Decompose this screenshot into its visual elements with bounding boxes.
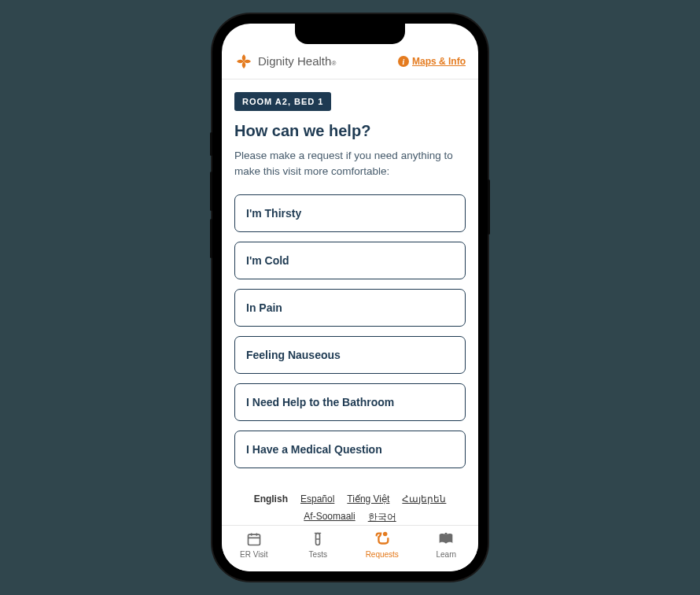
book-icon xyxy=(438,530,454,548)
side-button xyxy=(210,219,212,258)
svg-point-8 xyxy=(445,533,448,535)
request-option-button[interactable]: I'm Cold xyxy=(234,242,466,279)
nav-item-learn[interactable]: Learn xyxy=(414,530,479,559)
request-option-button[interactable]: In Pain xyxy=(234,289,466,327)
side-button xyxy=(210,132,212,156)
maps-info-link[interactable]: i Maps & Info xyxy=(398,56,466,67)
vial-icon xyxy=(310,530,326,548)
calendar-icon xyxy=(246,530,262,548)
nav-label: Tests xyxy=(309,550,327,559)
brand-logo-icon xyxy=(234,52,253,71)
language-selector: EnglishEspañolTiếng ViệtՀայերենAf-Soomaa… xyxy=(234,493,466,524)
notch xyxy=(295,24,405,44)
side-button xyxy=(210,172,212,211)
svg-point-7 xyxy=(383,532,388,537)
language-option[interactable]: English xyxy=(254,493,288,504)
info-icon: i xyxy=(398,56,409,67)
request-option-button[interactable]: I Need Help to the Bathroom xyxy=(234,383,466,421)
nav-label: ER Visit xyxy=(240,550,267,559)
language-option[interactable]: Tiếng Việt xyxy=(347,493,389,504)
language-option[interactable]: 한국어 xyxy=(368,511,396,524)
request-icon xyxy=(374,530,391,548)
page-title: How can we help? xyxy=(234,122,466,140)
nav-label: Learn xyxy=(436,550,456,559)
nav-item-er-visit[interactable]: ER Visit xyxy=(222,530,286,559)
maps-info-label: Maps & Info xyxy=(412,56,466,67)
bottom-nav: ER VisitTestsRequestsLearn xyxy=(222,525,478,571)
language-option[interactable]: Հայերեն xyxy=(402,493,446,504)
brand-name: Dignity Health® xyxy=(258,54,336,68)
request-option-button[interactable]: I'm Thirsty xyxy=(234,194,466,232)
nav-item-tests[interactable]: Tests xyxy=(286,530,351,559)
room-badge: ROOM A2, BED 1 xyxy=(234,92,331,111)
request-options: I'm ThirstyI'm ColdIn PainFeeling Nauseo… xyxy=(234,194,466,468)
phone-frame: Dignity Health® i Maps & Info ROOM A2, B… xyxy=(212,14,488,581)
request-option-button[interactable]: I Have a Medical Question xyxy=(234,431,466,468)
side-button xyxy=(488,179,490,235)
svg-rect-0 xyxy=(248,534,260,545)
page-subtitle: Please make a request if you need anythi… xyxy=(234,148,466,180)
language-option[interactable]: Español xyxy=(300,493,334,504)
main-content: ROOM A2, BED 1 How can we help? Please m… xyxy=(222,79,478,525)
nav-item-requests[interactable]: Requests xyxy=(350,530,414,559)
nav-label: Requests xyxy=(366,550,399,559)
request-option-button[interactable]: Feeling Nauseous xyxy=(234,336,466,374)
screen: Dignity Health® i Maps & Info ROOM A2, B… xyxy=(222,24,478,571)
brand: Dignity Health® xyxy=(234,52,336,71)
language-option[interactable]: Af-Soomaali xyxy=(304,511,355,524)
